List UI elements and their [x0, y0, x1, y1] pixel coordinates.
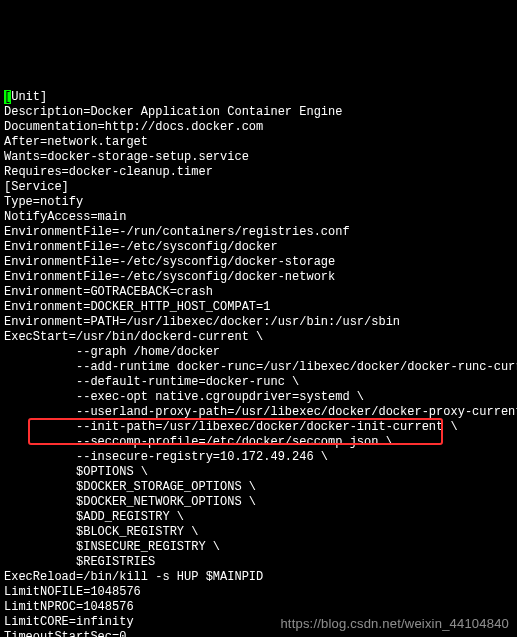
- config-line: $REGISTRIES: [4, 555, 513, 570]
- config-line: Environment=DOCKER_HTTP_HOST_COMPAT=1: [4, 300, 513, 315]
- config-line: --seccomp-profile=/etc/docker/seccomp.js…: [4, 435, 513, 450]
- config-line: ExecReload=/bin/kill -s HUP $MAINPID: [4, 570, 513, 585]
- config-line: $ADD_REGISTRY \: [4, 510, 513, 525]
- config-line: [Unit]: [4, 90, 513, 105]
- config-line: --init-path=/usr/libexec/docker/docker-i…: [4, 420, 513, 435]
- config-line: After=network.target: [4, 135, 513, 150]
- config-line: EnvironmentFile=-/etc/sysconfig/docker-n…: [4, 270, 513, 285]
- config-file-content: [Unit]Description=Docker Application Con…: [4, 90, 513, 637]
- config-line: Type=notify: [4, 195, 513, 210]
- config-line: --userland-proxy-path=/usr/libexec/docke…: [4, 405, 513, 420]
- config-line: LimitNOFILE=1048576: [4, 585, 513, 600]
- config-line: --exec-opt native.cgroupdriver=systemd \: [4, 390, 513, 405]
- config-line: --default-runtime=docker-runc \: [4, 375, 513, 390]
- config-line: Requires=docker-cleanup.timer: [4, 165, 513, 180]
- config-line: $DOCKER_STORAGE_OPTIONS \: [4, 480, 513, 495]
- config-line: EnvironmentFile=-/etc/sysconfig/docker: [4, 240, 513, 255]
- config-line: $DOCKER_NETWORK_OPTIONS \: [4, 495, 513, 510]
- config-line: $INSECURE_REGISTRY \: [4, 540, 513, 555]
- config-line: EnvironmentFile=-/run/containers/registr…: [4, 225, 513, 240]
- config-line: Wants=docker-storage-setup.service: [4, 150, 513, 165]
- config-line: --insecure-registry=10.172.49.246 \: [4, 450, 513, 465]
- config-line: --add-runtime docker-runc=/usr/libexec/d…: [4, 360, 513, 375]
- config-line: EnvironmentFile=-/etc/sysconfig/docker-s…: [4, 255, 513, 270]
- config-line: Description=Docker Application Container…: [4, 105, 513, 120]
- config-line: $OPTIONS \: [4, 465, 513, 480]
- watermark-text: https://blog.csdn.net/weixin_44104840: [280, 616, 509, 631]
- config-line: Environment=PATH=/usr/libexec/docker:/us…: [4, 315, 513, 330]
- config-line: ExecStart=/usr/bin/dockerd-current \: [4, 330, 513, 345]
- config-line: Environment=GOTRACEBACK=crash: [4, 285, 513, 300]
- config-line: [Service]: [4, 180, 513, 195]
- terminal-output[interactable]: [Unit]Description=Docker Application Con…: [0, 60, 517, 637]
- config-line: Documentation=http://docs.docker.com: [4, 120, 513, 135]
- config-line: LimitNPROC=1048576: [4, 600, 513, 615]
- config-line: $BLOCK_REGISTRY \: [4, 525, 513, 540]
- config-line: NotifyAccess=main: [4, 210, 513, 225]
- config-line: --graph /home/docker: [4, 345, 513, 360]
- config-line: TimeoutStartSec=0: [4, 630, 513, 637]
